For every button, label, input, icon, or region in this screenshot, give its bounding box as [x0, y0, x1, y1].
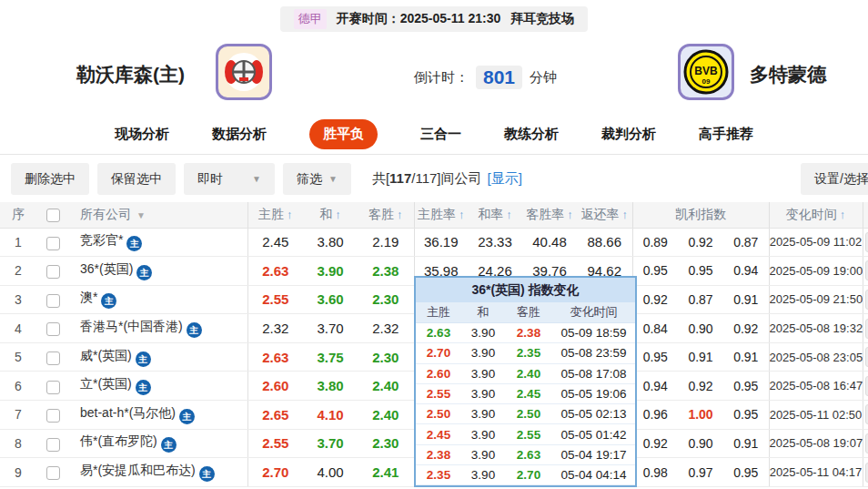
odds-cell[interactable]: 2.30 — [358, 285, 414, 314]
select-all-checkbox[interactable] — [46, 209, 60, 222]
popup-draw-odds: 3.90 — [461, 346, 505, 360]
filter-dropdown[interactable]: 筛选 ▼ — [283, 163, 351, 195]
delete-selected-button[interactable]: 删除选中 — [11, 163, 89, 195]
odds-cell[interactable]: 2.32 — [247, 314, 303, 343]
odds-cell[interactable]: 2.55 — [247, 429, 303, 458]
odds-cell[interactable]: 2.30 — [358, 429, 414, 458]
tab-referee-analysis[interactable]: 裁判分析 — [601, 126, 656, 143]
col-home-odds[interactable]: 主胜↑ — [247, 202, 303, 228]
odds-cell[interactable]: 3.80 — [303, 372, 358, 401]
odds-cell[interactable]: 2.70 — [247, 458, 303, 487]
row-checkbox[interactable] — [46, 237, 60, 250]
kelly-cell: 0.94 — [632, 372, 678, 401]
company-home-icon[interactable]: 主 — [187, 322, 202, 338]
odds-cell[interactable]: 4.10 — [303, 401, 358, 430]
league-badge[interactable]: 德甲 — [294, 9, 327, 29]
row-action-button[interactable] — [865, 260, 868, 280]
row-checkbox-cell — [36, 314, 69, 343]
col-home-rate[interactable]: 主胜率↑ — [414, 202, 468, 228]
kelly-cell: 0.94 — [723, 257, 769, 286]
odds-cell[interactable]: 2.65 — [247, 401, 303, 430]
odds-cell[interactable]: 2.60 — [247, 372, 303, 401]
popup-draw-odds: 3.90 — [461, 326, 505, 340]
index-change-popup: 36*(英国) 指数变化 主胜 和 客胜 变化时间 2.633.902.3805… — [414, 276, 637, 487]
col-draw-odds[interactable]: 和↑ — [303, 202, 358, 228]
company-home-icon[interactable]: 主 — [101, 293, 116, 309]
row-action-button[interactable] — [865, 232, 868, 252]
odds-cell[interactable]: 2.63 — [247, 257, 303, 286]
odds-cell[interactable]: 3.60 — [303, 285, 358, 314]
col-away-rate[interactable]: 客胜率↑ — [522, 202, 577, 228]
company-home-icon[interactable]: 主 — [161, 437, 177, 453]
row-checkbox[interactable] — [46, 438, 60, 452]
kelly-cell: 0.92 — [632, 285, 678, 314]
row-checkbox[interactable] — [46, 265, 60, 279]
row-action-button[interactable] — [865, 290, 868, 310]
odds-cell[interactable]: 2.41 — [358, 458, 414, 487]
company-home-icon[interactable]: 主 — [179, 409, 195, 424]
kelly-cell: 0.84 — [632, 314, 678, 343]
row-action-button[interactable] — [865, 376, 868, 396]
tab-three-in-one[interactable]: 三合一 — [420, 126, 461, 143]
row-action-button[interactable] — [865, 347, 868, 367]
odds-cell[interactable]: 2.30 — [358, 342, 414, 372]
company-home-icon[interactable]: 主 — [136, 380, 151, 395]
odds-cell[interactable]: 3.70 — [303, 429, 358, 458]
row-action-button[interactable] — [865, 433, 868, 453]
col-change-time[interactable]: 变化时间↑ — [769, 202, 863, 228]
row-checkbox[interactable] — [46, 294, 60, 308]
company-home-icon[interactable]: 主 — [199, 466, 215, 482]
odds-cell[interactable]: 3.70 — [303, 314, 358, 343]
row-checkbox[interactable] — [46, 381, 60, 394]
action-sliver-cell — [863, 285, 868, 314]
settings-select-button[interactable]: 设置/选择 — [801, 163, 868, 195]
tab-win-draw-loss[interactable]: 胜平负 — [309, 119, 378, 149]
company-name[interactable]: 伟*(直布罗陀)主 — [69, 429, 247, 458]
company-name[interactable]: 立*(英国)主 — [69, 372, 247, 401]
row-checkbox[interactable] — [46, 409, 60, 423]
row-checkbox[interactable] — [46, 322, 60, 336]
instant-dropdown[interactable]: 即时 ▼ — [184, 163, 275, 195]
col-away-odds[interactable]: 客胜↑ — [358, 202, 414, 228]
popup-change-time: 05-08 17:08 — [552, 367, 635, 381]
odds-cell[interactable]: 2.32 — [358, 314, 414, 343]
company-home-icon[interactable]: 主 — [126, 236, 142, 251]
odds-cell[interactable]: 3.80 — [303, 228, 358, 257]
tab-expert-picks[interactable]: 高手推荐 — [699, 126, 753, 143]
col-draw-rate[interactable]: 和率↑ — [468, 202, 522, 228]
odds-cell[interactable]: 3.75 — [303, 342, 358, 372]
odds-cell[interactable]: 4.00 — [303, 458, 358, 487]
odds-cell[interactable]: 2.63 — [247, 342, 303, 372]
odds-cell[interactable]: 2.55 — [247, 285, 303, 314]
company-name[interactable]: 澳*主 — [69, 285, 247, 314]
tab-data-analysis[interactable]: 数据分析 — [212, 126, 267, 143]
tab-live-analysis[interactable]: 现场分析 — [115, 126, 169, 143]
odds-cell[interactable]: 2.38 — [358, 257, 414, 286]
row-seq: 2 — [0, 257, 36, 286]
odds-cell[interactable]: 2.40 — [358, 372, 414, 401]
col-company[interactable]: 所有公司▼ — [69, 202, 247, 228]
row-action-button[interactable] — [865, 319, 868, 339]
company-name[interactable]: 香港马*(中国香港)主 — [69, 314, 247, 343]
odds-cell[interactable]: 3.90 — [303, 257, 358, 286]
company-name[interactable]: 竞彩官*主 — [69, 228, 247, 257]
row-checkbox[interactable] — [46, 466, 60, 480]
row-action-button[interactable] — [865, 463, 868, 483]
tab-coach-analysis[interactable]: 教练分析 — [504, 126, 559, 143]
keep-selected-button[interactable]: 保留选中 — [97, 163, 176, 195]
company-name[interactable]: 易*(安提瓜和巴布达)主 — [69, 458, 247, 487]
popup-change-time: 05-05 19:06 — [552, 387, 635, 401]
kelly-cell: 0.92 — [678, 228, 723, 257]
row-checkbox[interactable] — [46, 351, 60, 365]
odds-cell[interactable]: 2.40 — [358, 401, 414, 430]
company-home-icon[interactable]: 主 — [136, 351, 151, 367]
show-link[interactable]: [显示] — [488, 170, 522, 186]
company-home-icon[interactable]: 主 — [136, 265, 152, 280]
odds-cell[interactable]: 2.45 — [247, 228, 303, 257]
company-name[interactable]: 威*(英国)主 — [69, 342, 247, 372]
odds-cell[interactable]: 2.19 — [358, 228, 414, 257]
company-name[interactable]: bet-at-h*(马尔他)主 — [69, 401, 247, 430]
row-action-button[interactable] — [865, 404, 868, 424]
col-return-rate[interactable]: 返还率↑ — [577, 202, 632, 228]
company-name[interactable]: 36*(英国)主 — [69, 257, 247, 286]
